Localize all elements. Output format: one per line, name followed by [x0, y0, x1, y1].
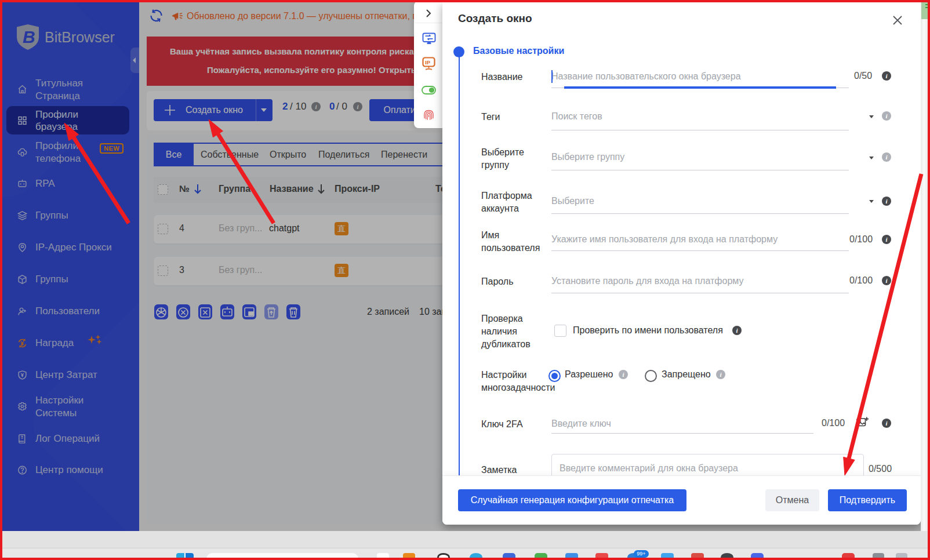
svg-text:IP: IP	[425, 59, 431, 66]
